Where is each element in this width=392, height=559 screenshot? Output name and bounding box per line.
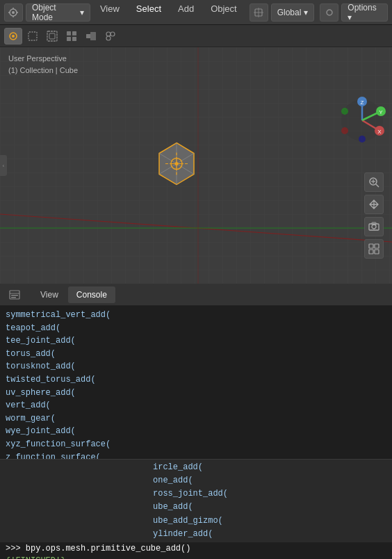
svg-point-38 <box>174 162 178 165</box>
rotate-tool[interactable] <box>63 28 81 44</box>
output-line: xyz_function_surface( <box>6 438 386 451</box>
output-line: wye_joint_add( <box>6 425 386 438</box>
result-line: {'FINISHED'} <box>0 555 392 559</box>
output-line: torusknot_add( <box>6 360 386 373</box>
output-line: torus_add( <box>6 348 386 361</box>
autocomplete-list: ircle_add(one_add(ross_joint_add(ube_add… <box>0 460 392 542</box>
pan-tool[interactable] <box>364 195 384 214</box>
options-button[interactable]: Options ▾ <box>341 3 388 22</box>
object-menu[interactable]: Object <box>204 3 244 22</box>
svg-point-61 <box>372 225 376 229</box>
cmd-full-line: >>> bpy.ops.mesh.primitive_cube_add() <box>0 542 392 555</box>
console-output-area: symmetrical_vert_add(teapot_add(tee_join… <box>0 306 392 559</box>
output-line: twisted_torus_add( <box>6 373 386 387</box>
autocomplete-item[interactable]: ube_add( <box>153 501 386 514</box>
output-line: worm_gear( <box>6 412 386 426</box>
svg-text:Z: Z <box>361 99 364 106</box>
output-line: tee_joint_add( <box>6 334 386 348</box>
grid-tool[interactable] <box>364 239 384 259</box>
viewport-tools <box>368 172 388 259</box>
autocomplete-item[interactable]: one_add( <box>153 474 386 487</box>
output-line: vert_add( <box>6 399 386 412</box>
console-area: View Console symmetrical_vert_add(teapot… <box>0 284 392 559</box>
svg-text:X: X <box>377 129 382 135</box>
autocomplete-item[interactable]: ube_add_gizmo( <box>153 515 386 528</box>
svg-rect-17 <box>72 37 76 41</box>
svg-rect-64 <box>375 244 379 248</box>
output-line: z_function_surface( <box>6 451 386 459</box>
output-line: symmetrical_vert_add( <box>6 309 386 322</box>
cursor-tool[interactable] <box>24 28 42 44</box>
output-line: teapot_add( <box>6 322 386 335</box>
cube-object <box>149 136 204 195</box>
svg-rect-14 <box>67 31 71 35</box>
svg-rect-69 <box>11 295 18 296</box>
global-dropdown[interactable]: Global ▾ <box>271 3 315 22</box>
svg-point-54 <box>341 108 348 115</box>
svg-rect-16 <box>67 37 71 41</box>
svg-point-20 <box>106 32 111 36</box>
svg-rect-13 <box>49 33 55 39</box>
svg-point-55 <box>359 136 366 143</box>
select-box-tool[interactable] <box>4 28 22 44</box>
svg-rect-65 <box>369 250 373 254</box>
move-tool[interactable] <box>43 28 61 44</box>
console-panel-icon[interactable] <box>6 286 24 303</box>
autocomplete-item[interactable]: ircle_add( <box>153 461 386 474</box>
svg-rect-63 <box>369 244 373 248</box>
view-tab[interactable]: View <box>32 286 67 303</box>
svg-point-1 <box>12 11 15 14</box>
output-line: uv_sphere_add( <box>6 387 386 400</box>
viewport-gizmo[interactable]: Z X Y <box>338 96 386 145</box>
viewport-label: User Perspective (1) Collection | Cube <box>8 53 78 76</box>
camera-tool[interactable] <box>364 217 384 236</box>
link-icon[interactable] <box>320 3 338 22</box>
view-menu[interactable]: View <box>93 3 126 22</box>
select-menu[interactable]: Select <box>129 3 168 22</box>
add-menu[interactable]: Add <box>171 3 201 22</box>
svg-rect-19 <box>90 32 96 40</box>
object-mode-dropdown[interactable]: Object Mode ▾ <box>26 3 90 22</box>
collapse-handle[interactable]: ‹ <box>0 155 7 176</box>
svg-text:Y: Y <box>379 109 383 115</box>
transform-icon[interactable] <box>250 3 268 22</box>
top-toolbar: Object Mode ▾ View Select Add Object Glo… <box>0 0 392 25</box>
svg-point-22 <box>106 36 111 40</box>
svg-rect-15 <box>72 31 76 35</box>
svg-point-53 <box>341 127 348 134</box>
svg-line-57 <box>376 184 379 187</box>
scale-tool[interactable] <box>82 28 100 44</box>
icon-strip <box>0 25 392 47</box>
console-output-scroll[interactable]: symmetrical_vert_add(teapot_add(tee_join… <box>0 306 392 459</box>
header-icon-btn[interactable] <box>4 3 23 22</box>
console-toolbar: View Console <box>0 284 392 306</box>
zoom-tool[interactable] <box>364 172 384 192</box>
transform-tool[interactable] <box>101 28 120 44</box>
svg-rect-12 <box>47 31 57 41</box>
viewport[interactable]: User Perspective (1) Collection | Cube ‹ <box>0 47 392 284</box>
autocomplete-item[interactable]: ross_joint_add( <box>153 487 386 501</box>
svg-rect-11 <box>28 32 37 40</box>
svg-rect-66 <box>375 250 379 254</box>
svg-point-10 <box>12 35 15 38</box>
autocomplete-panel: ircle_add(one_add(ross_joint_add(ube_add… <box>0 459 392 542</box>
console-tab[interactable]: Console <box>68 286 115 303</box>
autocomplete-item[interactable]: ylinder_add( <box>153 528 386 541</box>
svg-point-21 <box>111 32 115 36</box>
svg-rect-70 <box>11 297 16 298</box>
